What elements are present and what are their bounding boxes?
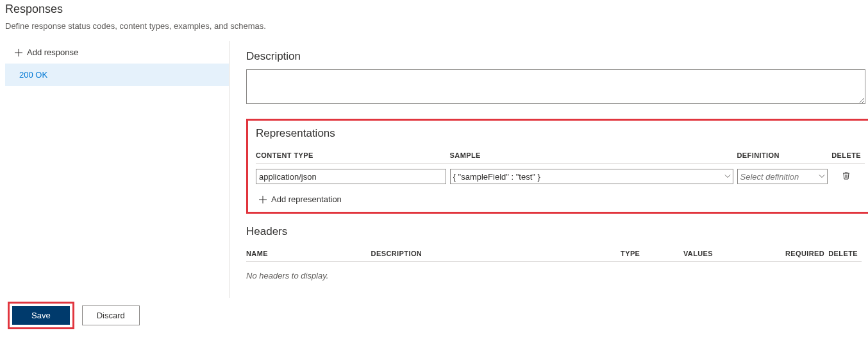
- discard-button[interactable]: Discard: [82, 305, 140, 325]
- definition-select[interactable]: [737, 169, 828, 184]
- representations-table: CONTENT TYPE SAMPLE DEFINITION DELETE: [256, 146, 865, 189]
- page-subtitle: Define response status codes, content ty…: [5, 21, 863, 31]
- add-representation-label: Add representation: [271, 194, 342, 204]
- response-item-200[interactable]: 200 OK: [5, 64, 229, 86]
- page-title: Responses: [5, 3, 863, 16]
- add-response-button[interactable]: Add response: [5, 44, 87, 61]
- add-response-label: Add response: [27, 47, 78, 57]
- table-row: [256, 164, 865, 190]
- col-hdelete: DELETE: [828, 245, 862, 262]
- col-sample: SAMPLE: [450, 146, 737, 164]
- content-type-input[interactable]: [256, 169, 446, 184]
- response-list-panel: Add response 200 OK: [5, 41, 230, 298]
- col-values: VALUES: [683, 245, 778, 262]
- col-required: REQUIRED: [778, 245, 829, 262]
- representations-section: Representations CONTENT TYPE SAMPLE DEFI…: [246, 119, 868, 214]
- col-type: TYPE: [621, 245, 683, 262]
- col-definition: DEFINITION: [737, 146, 832, 164]
- headers-empty-message: No headers to display.: [246, 262, 868, 289]
- plus-icon: [14, 48, 23, 57]
- headers-table: NAME DESCRIPTION TYPE VALUES REQUIRED DE…: [246, 245, 862, 262]
- col-content-type: CONTENT TYPE: [256, 146, 450, 164]
- plus-icon: [258, 195, 267, 204]
- headers-title: Headers: [246, 225, 868, 238]
- col-name: NAME: [246, 245, 371, 262]
- delete-row-button[interactable]: [840, 170, 852, 184]
- save-highlight-box: Save: [8, 302, 74, 329]
- trash-icon: [842, 173, 851, 182]
- description-title: Description: [246, 50, 868, 63]
- save-button[interactable]: Save: [12, 306, 70, 325]
- description-textarea[interactable]: [246, 69, 865, 104]
- col-delete: DELETE: [831, 146, 865, 164]
- sample-select[interactable]: [450, 169, 733, 184]
- representations-title: Representations: [256, 127, 865, 140]
- add-representation-button[interactable]: Add representation: [256, 189, 344, 204]
- col-description: DESCRIPTION: [371, 245, 621, 262]
